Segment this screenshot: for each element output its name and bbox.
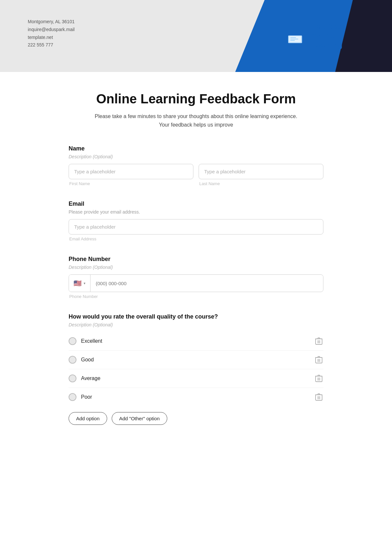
phone-label: Phone Number xyxy=(69,256,323,263)
name-section: Name Description (Optional) First Name L… xyxy=(69,145,323,186)
phone-input[interactable] xyxy=(90,276,323,291)
logo-area: EduSpark Online Learning xyxy=(285,22,364,50)
email-label: Email xyxy=(69,200,323,207)
last-name-sublabel: Last Name xyxy=(199,181,323,186)
svg-rect-4 xyxy=(286,43,304,44)
delete-poor-button[interactable] xyxy=(314,392,323,402)
contact-line1: Montgomery, AL 36101 xyxy=(28,18,74,26)
country-selector[interactable]: 🇺🇸 ▾ xyxy=(69,275,90,292)
first-name-wrap: First Name xyxy=(69,164,193,186)
contact-line4: 222 555 777 xyxy=(28,41,74,49)
add-options-row: Add option Add "Other" option xyxy=(69,412,323,425)
radio-left-average: Average xyxy=(69,374,100,382)
radio-label-average: Average xyxy=(81,375,100,381)
radio-circle-good[interactable] xyxy=(69,356,76,364)
rating-label: How would you rate the overall quality o… xyxy=(69,313,323,320)
radio-left-good: Good xyxy=(69,356,94,364)
form-main: Online Learning Feedback Form Please tak… xyxy=(49,72,343,465)
radio-label-poor: Poor xyxy=(81,394,92,400)
radio-option-excellent: Excellent xyxy=(69,332,323,351)
svg-rect-6 xyxy=(290,39,299,39)
radio-options-list: Excellent Good xyxy=(69,332,323,406)
radio-option-poor: Poor xyxy=(69,388,323,406)
radio-left-excellent: Excellent xyxy=(69,337,102,345)
radio-left-poor: Poor xyxy=(69,393,92,401)
email-section: Email Please provide your email address.… xyxy=(69,200,323,241)
delete-average-button[interactable] xyxy=(314,374,323,383)
delete-good-button[interactable] xyxy=(314,355,323,364)
radio-circle-excellent[interactable] xyxy=(69,337,76,345)
radio-option-good: Good xyxy=(69,351,323,369)
rating-section: How would you rate the overall quality o… xyxy=(69,313,323,425)
add-other-option-button[interactable]: Add "Other" option xyxy=(112,412,167,425)
delete-excellent-button[interactable] xyxy=(314,337,323,346)
email-desc: Please provide your email address. xyxy=(69,209,323,215)
name-label: Name xyxy=(69,145,323,152)
svg-rect-7 xyxy=(290,40,295,41)
header-contact: Montgomery, AL 36101 inquire@eduspark.ma… xyxy=(28,18,74,49)
name-input-row: First Name Last Name xyxy=(69,164,323,186)
radio-label-good: Good xyxy=(81,357,94,363)
email-input[interactable] xyxy=(69,219,323,235)
form-desc-line1: Please take a few minutes to share your … xyxy=(69,112,323,121)
phone-section: Phone Number Description (Optional) 🇺🇸 ▾… xyxy=(69,256,323,299)
radio-label-excellent: Excellent xyxy=(81,338,102,344)
phone-desc: Description (Optional) xyxy=(69,265,323,270)
form-desc-line2: Your feedback helps us improve xyxy=(69,121,323,129)
phone-sublabel: Phone Number xyxy=(69,294,323,299)
email-sublabel: Email Address xyxy=(69,236,323,241)
name-desc: Description (Optional) xyxy=(69,154,323,159)
first-name-input[interactable] xyxy=(69,164,193,179)
phone-input-row: 🇺🇸 ▾ xyxy=(69,274,323,292)
contact-line3: template.net xyxy=(28,34,74,42)
flag-icon: 🇺🇸 xyxy=(74,279,82,287)
last-name-wrap: Last Name xyxy=(199,164,323,186)
form-description: Please take a few minutes to share your … xyxy=(69,112,323,129)
chevron-down-icon: ▾ xyxy=(84,281,86,286)
last-name-input[interactable] xyxy=(199,164,323,179)
logo-text: EduSpark Online Learning xyxy=(312,22,364,50)
rating-desc: Description (Optional) xyxy=(69,322,323,327)
svg-rect-5 xyxy=(290,37,296,38)
radio-circle-poor[interactable] xyxy=(69,393,76,401)
contact-line2: inquire@eduspark.mail xyxy=(28,26,74,34)
first-name-sublabel: First Name xyxy=(69,181,193,186)
page-header: Montgomery, AL 36101 inquire@eduspark.ma… xyxy=(0,0,392,72)
form-title: Online Learning Feedback Form xyxy=(69,92,323,106)
add-option-button[interactable]: Add option xyxy=(69,412,107,425)
laptop-icon xyxy=(285,26,307,46)
radio-option-average: Average xyxy=(69,369,323,388)
radio-circle-average[interactable] xyxy=(69,374,76,382)
